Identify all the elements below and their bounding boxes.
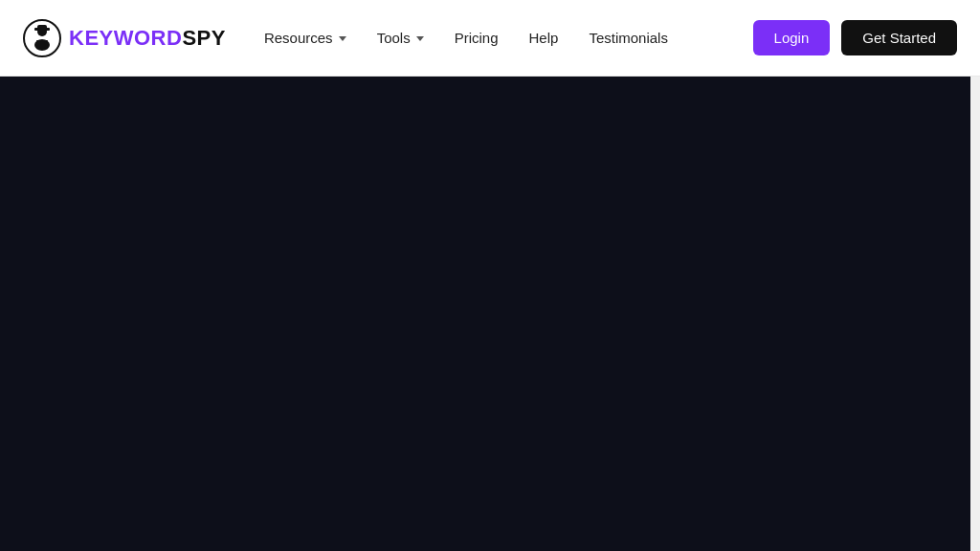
nav-item-testimonials[interactable]: Testimonials bbox=[589, 30, 668, 46]
main-content bbox=[0, 77, 980, 551]
chevron-down-icon bbox=[416, 36, 424, 41]
logo-spy: SPY bbox=[182, 26, 226, 50]
svg-rect-6 bbox=[37, 25, 47, 30]
nav-item-resources[interactable]: Resources bbox=[264, 30, 346, 46]
nav-links: Resources Tools Pricing Help Testimonial… bbox=[264, 30, 753, 46]
logo[interactable]: KEYWORDSPY bbox=[23, 19, 226, 57]
nav-item-pricing[interactable]: Pricing bbox=[455, 30, 499, 46]
logo-icon bbox=[23, 19, 61, 57]
nav-tools-label: Tools bbox=[377, 30, 411, 46]
svg-rect-4 bbox=[44, 40, 48, 48]
chevron-down-icon bbox=[339, 36, 346, 41]
nav-testimonials-label: Testimonials bbox=[589, 30, 668, 46]
nav-help-label: Help bbox=[529, 30, 559, 46]
nav-item-tools[interactable]: Tools bbox=[377, 30, 424, 46]
nav-actions: Login Get Started bbox=[753, 20, 957, 55]
navbar: KEYWORDSPY Resources Tools Pricing Help … bbox=[0, 0, 980, 77]
login-button[interactable]: Login bbox=[753, 20, 831, 55]
nav-resources-label: Resources bbox=[264, 30, 333, 46]
logo-keyword: KEYWORD bbox=[69, 26, 182, 50]
svg-rect-3 bbox=[36, 40, 40, 48]
get-started-button[interactable]: Get Started bbox=[841, 20, 957, 55]
scrollbar-track[interactable] bbox=[970, 0, 980, 551]
nav-item-help[interactable]: Help bbox=[529, 30, 559, 46]
nav-pricing-label: Pricing bbox=[455, 30, 499, 46]
